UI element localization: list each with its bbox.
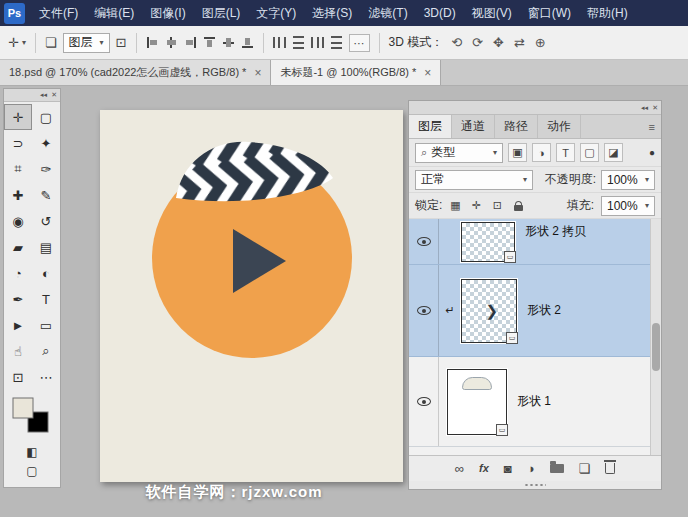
distribute-width-icon[interactable] <box>311 37 324 48</box>
layer-name[interactable]: 形状 1 <box>517 393 551 410</box>
collapse-panel-icon[interactable]: ◂◂ <box>40 91 47 99</box>
filter-toggle-icon[interactable]: ● <box>649 147 655 158</box>
menu-file[interactable]: 文件(F) <box>31 0 86 26</box>
align-middle-vertical-icon[interactable] <box>222 36 235 49</box>
photoshop-logo[interactable]: Ps <box>4 3 25 24</box>
menu-view[interactable]: 视图(V) <box>464 0 520 26</box>
align-right-icon[interactable] <box>184 36 197 49</box>
layer-name[interactable]: 形状 2 <box>527 302 561 319</box>
align-left-icon[interactable] <box>146 36 159 49</box>
history-brush-tool[interactable]: ↺ <box>32 208 60 234</box>
align-center-horizontal-icon[interactable] <box>165 36 178 49</box>
tab-actions[interactable]: 动作 <box>538 115 581 138</box>
move-tool-icon[interactable]: ✛▾ <box>8 35 26 50</box>
collapse-panels-icon[interactable]: ◂◂ <box>641 104 648 112</box>
clone-stamp-tool[interactable]: ◉ <box>4 208 32 234</box>
quick-mask-button[interactable]: ◧ <box>4 442 60 461</box>
align-bottom-icon[interactable] <box>241 36 254 49</box>
filter-adjustment-icon[interactable]: ◑ <box>532 143 551 162</box>
path-selection-tool[interactable]: ► <box>4 312 32 338</box>
layer-style-icon[interactable]: fx <box>479 463 489 474</box>
eraser-tool[interactable]: ▰ <box>4 234 32 260</box>
distribute-height-icon[interactable] <box>331 36 342 49</box>
layer-row-shape2-copy[interactable]: ▭ 形状 2 拷贝 <box>409 219 661 265</box>
layer-thumbnail[interactable]: ▭ <box>461 222 515 262</box>
tab-layers[interactable]: 图层 <box>409 115 452 138</box>
close-panel-icon[interactable]: ✕ <box>51 91 57 99</box>
pen-tool[interactable]: ✒ <box>4 286 32 312</box>
visibility-toggle[interactable] <box>409 265 439 356</box>
scrollbar-thumb[interactable] <box>652 323 660 371</box>
menu-filter[interactable]: 滤镜(T) <box>360 0 415 26</box>
opacity-dropdown[interactable]: 100% ▾ <box>601 170 655 190</box>
3d-rotate-icon[interactable]: ⟲ <box>449 35 464 50</box>
new-group-icon[interactable] <box>550 464 564 473</box>
visibility-toggle[interactable] <box>409 357 439 446</box>
document-tab-untitled1[interactable]: 未标题-1 @ 100%(RGB/8) * × <box>271 60 441 85</box>
layer-thumbnail[interactable]: ▭ <box>447 369 507 435</box>
3d-roll-icon[interactable]: ⟳ <box>470 35 485 50</box>
delete-layer-icon[interactable] <box>605 463 615 474</box>
filter-pixel-icon[interactable]: ▣ <box>508 143 527 162</box>
layer-thumbnail[interactable]: ❯ ▭ <box>461 279 517 343</box>
new-layer-icon[interactable]: ❏ <box>579 462 591 475</box>
type-tool[interactable]: T <box>32 286 60 312</box>
close-icon[interactable]: × <box>254 67 261 79</box>
hand-tool[interactable]: ☝ <box>4 338 32 364</box>
blur-tool[interactable]: ◔ <box>4 260 32 286</box>
menu-image[interactable]: 图像(I) <box>142 0 193 26</box>
3d-slide-icon[interactable]: ⇄ <box>512 35 527 50</box>
lock-artboard-icon[interactable]: ⊡ <box>489 199 505 212</box>
panel-menu-icon[interactable]: ≡ <box>643 115 661 138</box>
crop-tool[interactable]: ⌗ <box>4 156 32 182</box>
zoom-tool[interactable]: ⌕ <box>32 338 60 364</box>
layer-row-shape2[interactable]: ↵ ❯ ▭ 形状 2 <box>409 265 661 357</box>
healing-brush-tool[interactable]: ✚ <box>4 182 32 208</box>
more-align-options-button[interactable]: ⋯ <box>349 34 370 52</box>
lasso-tool[interactable]: ⊃ <box>4 130 32 156</box>
panel-resize-grip[interactable] <box>409 481 661 489</box>
add-layer-mask-icon[interactable]: ◙ <box>504 462 512 475</box>
frame-tool[interactable]: ⊡ <box>4 364 32 390</box>
quick-selection-tool[interactable]: ✦ <box>32 130 60 156</box>
tab-paths[interactable]: 路径 <box>495 115 538 138</box>
layer-row-shape1[interactable]: ▭ 形状 1 <box>409 357 661 447</box>
lock-position-icon[interactable]: ✛ <box>468 199 484 212</box>
align-top-icon[interactable] <box>203 36 216 49</box>
rectangular-marquee-tool[interactable]: ▢ <box>32 104 60 130</box>
auto-select-dropdown[interactable]: 图层▾ <box>63 33 110 53</box>
transform-controls-icon[interactable]: ⊡ <box>116 35 127 50</box>
dodge-tool[interactable]: ◐ <box>32 260 60 286</box>
layers-scrollbar[interactable] <box>650 219 661 455</box>
close-panel-icon[interactable]: ✕ <box>652 104 658 112</box>
filter-smartobject-icon[interactable]: ◪ <box>604 143 623 162</box>
tab-channels[interactable]: 通道 <box>452 115 495 138</box>
filter-type-icon[interactable]: T <box>556 143 575 162</box>
gradient-tool[interactable]: ▤ <box>32 234 60 260</box>
visibility-toggle[interactable] <box>409 219 439 264</box>
menu-window[interactable]: 窗口(W) <box>520 0 579 26</box>
canvas[interactable] <box>100 110 403 482</box>
menu-select[interactable]: 选择(S) <box>304 0 360 26</box>
lock-all-icon[interactable] <box>510 201 526 211</box>
fill-dropdown[interactable]: 100% ▾ <box>601 196 655 216</box>
layer-name[interactable]: 形状 2 拷贝 <box>525 223 586 240</box>
foreground-color-swatch[interactable] <box>13 398 33 418</box>
eyedropper-tool[interactable]: ✑ <box>32 156 60 182</box>
lock-transparency-icon[interactable]: ▦ <box>447 199 463 212</box>
menu-type[interactable]: 文字(Y) <box>248 0 304 26</box>
menu-edit[interactable]: 编辑(E) <box>86 0 142 26</box>
3d-scale-icon[interactable]: ⊕ <box>533 35 548 50</box>
link-layers-icon[interactable]: ∞ <box>455 462 464 475</box>
blend-mode-dropdown[interactable]: 正常 ▾ <box>415 170 533 190</box>
filter-type-dropdown[interactable]: ⌕ 类型 ▾ <box>415 143 503 163</box>
distribute-vertical-icon[interactable] <box>293 36 304 49</box>
distribute-horizontal-icon[interactable] <box>273 37 286 48</box>
move-tool[interactable]: ✛ <box>4 104 32 130</box>
menu-layer[interactable]: 图层(L) <box>194 0 249 26</box>
edit-toolbar-button[interactable]: ⋯ <box>32 364 60 390</box>
close-icon[interactable]: × <box>424 67 431 79</box>
menu-help[interactable]: 帮助(H) <box>579 0 636 26</box>
filter-shape-icon[interactable]: ▢ <box>580 143 599 162</box>
brush-tool[interactable]: ✎ <box>32 182 60 208</box>
